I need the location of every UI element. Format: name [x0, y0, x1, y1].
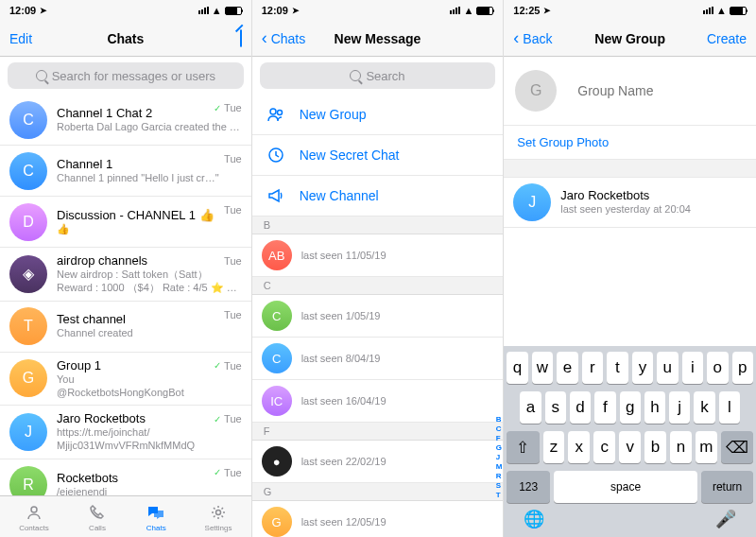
- status-bar: 12:25➤ ▲: [504, 0, 756, 21]
- search-bar[interactable]: Search: [260, 62, 496, 89]
- chat-row[interactable]: C Channel 1 Channel 1 pinned "Hello I ju…: [0, 146, 251, 197]
- new-group-option[interactable]: New Group: [252, 95, 504, 135]
- contact-row[interactable]: C last seen 8/04/19: [252, 338, 504, 380]
- nav-bar: ‹Chats New Message: [252, 21, 504, 57]
- key-n[interactable]: n: [670, 431, 692, 463]
- signal-icon: [703, 7, 713, 14]
- chat-row[interactable]: ◈ airdrop channels New airdrop : Satt to…: [0, 248, 251, 302]
- return-key[interactable]: return: [701, 471, 753, 503]
- search-bar[interactable]: Search for messages or users: [8, 62, 244, 89]
- key-o[interactable]: o: [707, 352, 728, 384]
- alpha-letter[interactable]: F: [496, 434, 503, 442]
- alpha-letter[interactable]: C: [496, 424, 503, 433]
- key-u[interactable]: u: [657, 352, 678, 384]
- key-c[interactable]: c: [593, 431, 615, 463]
- mic-key[interactable]: 🎤: [715, 509, 736, 529]
- nav-title: Chats: [107, 31, 144, 46]
- chat-preview2: Mjijc031WmvVFRmNkfMMdQ: [57, 439, 242, 452]
- settings-tab[interactable]: Settings: [205, 502, 232, 532]
- key-j[interactable]: j: [669, 391, 690, 424]
- contact-status: last seen 11/05/19: [301, 250, 387, 261]
- compose-button[interactable]: [240, 30, 242, 47]
- check-icon: ✓: [214, 414, 221, 424]
- calls-tab[interactable]: Calls: [87, 502, 108, 532]
- key-g[interactable]: g: [620, 391, 641, 424]
- key-q[interactable]: q: [507, 352, 527, 384]
- contact-avatar: G: [262, 507, 292, 537]
- new-channel-option[interactable]: New Channel: [252, 176, 504, 217]
- key-b[interactable]: b: [644, 431, 666, 463]
- contact-avatar: ●: [262, 446, 292, 476]
- alpha-letter[interactable]: J: [496, 453, 503, 461]
- group-avatar[interactable]: G: [515, 70, 557, 112]
- key-l[interactable]: l: [719, 391, 740, 424]
- chat-avatar: D: [9, 203, 47, 241]
- contact-row[interactable]: AB last seen 11/05/19: [252, 234, 504, 277]
- numbers-key[interactable]: 123: [507, 471, 550, 503]
- battery-icon: [730, 7, 747, 15]
- backspace-key[interactable]: ⌫: [721, 431, 753, 463]
- key-r[interactable]: r: [582, 352, 603, 384]
- chat-avatar: ◈: [9, 255, 47, 293]
- group-icon: [266, 104, 286, 125]
- key-d[interactable]: d: [570, 391, 591, 424]
- set-photo-button[interactable]: Set Group Photo: [504, 125, 756, 160]
- option-label: New Secret Chat: [300, 147, 400, 163]
- group-name-input[interactable]: [577, 83, 745, 98]
- chat-row[interactable]: D Discussion - CHANNEL 1 👍 👍 Tue: [0, 197, 251, 248]
- contacts-tab[interactable]: Contacts: [19, 502, 49, 532]
- alpha-letter[interactable]: T: [496, 491, 503, 499]
- key-h[interactable]: h: [644, 391, 665, 424]
- key-t[interactable]: t: [607, 352, 627, 384]
- chevron-left-icon: ‹: [262, 28, 267, 48]
- key-z[interactable]: z: [543, 431, 565, 463]
- location-icon: ➤: [292, 6, 300, 15]
- key-s[interactable]: s: [545, 391, 566, 424]
- alpha-letter[interactable]: G: [496, 443, 503, 452]
- chat-row[interactable]: R Rocketbots /ejejenendj ✓Tue: [0, 459, 251, 495]
- location-icon: ➤: [40, 6, 47, 15]
- chat-row[interactable]: J Jaro Rocketbots https://t.me/joinchat/…: [0, 406, 251, 459]
- chat-row[interactable]: C Channel 1 Chat 2 Roberta Dal Lago Garc…: [0, 95, 251, 146]
- member-row[interactable]: J Jaro Rocketbots last seen yesterday at…: [504, 177, 756, 228]
- key-y[interactable]: y: [632, 352, 653, 384]
- space-key[interactable]: space: [554, 471, 697, 503]
- chat-name: Discussion - CHANNEL 1 👍: [57, 208, 242, 222]
- shift-key[interactable]: ⇧: [507, 431, 539, 463]
- alpha-index[interactable]: BCFGJMRST: [496, 415, 503, 499]
- key-k[interactable]: k: [694, 391, 714, 424]
- edit-button[interactable]: Edit: [9, 31, 32, 46]
- chat-preview2: @RocketbotsHongKongBot: [57, 386, 242, 399]
- contact-row[interactable]: IC last seen 16/04/19: [252, 380, 504, 423]
- key-p[interactable]: p: [732, 352, 753, 384]
- chats-tab[interactable]: Chats: [146, 502, 166, 532]
- key-a[interactable]: a: [520, 391, 541, 424]
- key-v[interactable]: v: [619, 431, 641, 463]
- tab-bar: Contacts Calls Chats Settings: [0, 495, 251, 537]
- back-button[interactable]: ‹Chats: [262, 28, 306, 48]
- key-x[interactable]: x: [568, 431, 590, 463]
- globe-key[interactable]: 🌐: [524, 509, 544, 529]
- contact-row[interactable]: C last seen 1/05/19: [252, 295, 504, 338]
- alpha-letter[interactable]: B: [496, 415, 503, 424]
- new-secret-chat-option[interactable]: New Secret Chat: [252, 135, 504, 176]
- contact-avatar: AB: [262, 240, 292, 270]
- section-header: B: [252, 217, 504, 234]
- key-f[interactable]: f: [594, 391, 615, 424]
- chat-row[interactable]: G Group 1 You @RocketbotsHongKongBot ✓Tu…: [0, 353, 251, 407]
- key-i[interactable]: i: [682, 352, 703, 384]
- alpha-letter[interactable]: R: [496, 472, 503, 480]
- chat-avatar: C: [9, 152, 47, 190]
- key-w[interactable]: w: [532, 352, 553, 384]
- chat-row[interactable]: T Test channel Channel created Tue: [0, 302, 251, 353]
- key-m[interactable]: m: [696, 431, 717, 463]
- contact-row[interactable]: G last seen 12/05/19: [252, 501, 504, 537]
- section-gap: [504, 160, 756, 177]
- alpha-letter[interactable]: M: [496, 462, 503, 471]
- tab-label: Calls: [89, 524, 106, 532]
- back-button[interactable]: ‹Back: [513, 28, 552, 48]
- alpha-letter[interactable]: S: [496, 481, 503, 490]
- create-button[interactable]: Create: [707, 31, 747, 46]
- key-e[interactable]: e: [557, 352, 577, 384]
- contact-row[interactable]: ● last seen 22/02/19: [252, 441, 504, 483]
